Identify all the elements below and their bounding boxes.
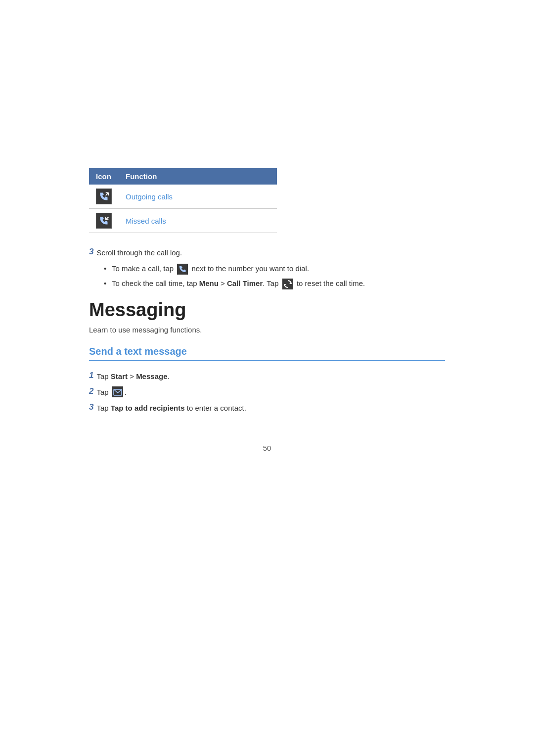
messaging-step-2: 2 Tap . <box>89 386 445 398</box>
svg-rect-4 <box>96 213 111 228</box>
step-3-scroll: 3 Scroll through the call log. <box>89 247 445 259</box>
bullet-text-1b: next to the number you want to dial. <box>191 264 309 273</box>
phone-icon <box>177 264 188 275</box>
icon-function-table: Icon Function <box>89 168 277 233</box>
table-header-function: Function <box>119 168 277 185</box>
messaging-step-2-number: 2 <box>89 386 93 396</box>
missed-call-icon <box>96 213 112 229</box>
messaging-step-2-dot: . <box>125 386 127 398</box>
top-spacer <box>89 30 445 168</box>
messaging-step-3: 3 Tap Tap to add recipients to enter a c… <box>89 402 445 414</box>
list-item: To make a call, tap next to the number y… <box>104 263 445 275</box>
table-cell-icon <box>89 185 119 209</box>
outgoing-call-icon <box>96 189 112 204</box>
refresh-icon <box>282 279 293 289</box>
page: Icon Function <box>0 0 534 756</box>
messaging-step-1-text: Tap Start > Message. <box>96 371 169 382</box>
bullet-text-1a: To make a call, tap <box>112 264 176 273</box>
table-row: Missed calls <box>89 209 277 233</box>
compose-icon <box>112 386 123 397</box>
bullet-text-2b: to reset the call time. <box>297 279 365 287</box>
table-row: Outgoing calls <box>89 185 277 209</box>
messaging-subtitle: Learn to use messaging functions. <box>89 326 445 334</box>
messaging-step-2-text: Tap <box>96 386 110 398</box>
messaging-section: Messaging Learn to use messaging functio… <box>89 299 445 414</box>
messaging-step-3-number: 3 <box>89 402 93 412</box>
table-cell-missed: Missed calls <box>119 209 277 233</box>
page-number: 50 <box>89 444 445 452</box>
svg-rect-0 <box>96 189 111 204</box>
svg-rect-8 <box>177 264 188 275</box>
messaging-step-3-text: Tap Tap to add recipients to enter a con… <box>96 402 246 414</box>
step-3-number: 3 <box>89 247 93 257</box>
bullet-list: To make a call, tap next to the number y… <box>89 263 445 289</box>
messaging-title: Messaging <box>89 299 445 321</box>
messaging-step-1-number: 1 <box>89 371 93 380</box>
table-cell-outgoing: Outgoing calls <box>119 185 277 209</box>
table-header-icon: Icon <box>89 168 119 185</box>
table-cell-icon <box>89 209 119 233</box>
messaging-step-1: 1 Tap Start > Message. <box>89 371 445 382</box>
send-text-message-heading: Send a text message <box>89 346 445 361</box>
step-3-text: Scroll through the call log. <box>96 247 182 259</box>
bullet-text-2a: To check the call time, tap Menu > Call … <box>112 279 281 287</box>
list-item: To check the call time, tap Menu > Call … <box>104 278 445 289</box>
